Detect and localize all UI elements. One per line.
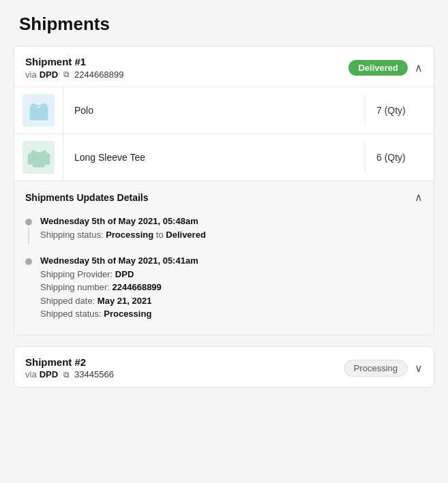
shipment-via-1: via DPD ⧉ 2244668899 [25,69,123,80]
updates-chevron-1[interactable]: ∧ [415,191,423,204]
shipment-title-area-2: Shipment #2 via DPD ⧉ 33445566 [25,356,114,380]
timeline-item-1: Wednesday 5th of May 2021, 05:41amShippi… [25,255,423,324]
tracking-number-1: 2244668899 [74,69,123,80]
items-wrapper-1: Polo7 (Qty) Long Sleeve Tee6 (Qty) [14,87,434,181]
external-link-icon-2[interactable]: ⧉ [61,369,72,380]
via-label-1: via [25,69,37,80]
timeline-detail-1-2: Shipped date: May 21, 2021 [40,294,423,308]
external-link-icon-1[interactable]: ⧉ [61,69,72,80]
item-name-1: Long Sleeve Tee [63,142,365,172]
timeline-line-0 [28,228,29,245]
shipment-header-1: Shipment #1 via DPD ⧉ 2244668899 Deliver… [14,46,434,87]
shipment-via-2: via DPD ⧉ 33445566 [25,369,114,380]
updates-title-1: Shipments Updates Details [25,192,149,203]
item-image-cell-1 [14,134,63,181]
timeline-content-1: Wednesday 5th of May 2021, 05:41amShippi… [40,255,423,324]
item-image-cell-0 [14,87,63,134]
timeline-dot-col-1 [25,255,32,324]
item-image-0 [23,94,55,127]
carrier-1: DPD [40,69,58,80]
timeline-dot-1 [25,258,32,265]
status-badge-1: Delivered [348,60,408,76]
timeline-detail-0-0: Shipping status: Processing to Delivered [40,228,423,242]
updates-section-1: Shipments Updates Details∧Wednesday 5th … [14,181,434,334]
item-row-1: Long Sleeve Tee6 (Qty) [14,134,434,181]
shipment-header-2: Shipment #2 via DPD ⧉ 33445566 Processin… [14,347,434,387]
svg-rect-4 [44,154,50,165]
via-label-2: via [25,369,37,379]
item-name-0: Polo [63,95,365,125]
timeline-date-1: Wednesday 5th of May 2021, 05:41am [40,255,423,266]
timeline-dot-col-0 [25,216,32,245]
svg-rect-3 [27,154,33,165]
shipment-card-2: Shipment #2 via DPD ⧉ 33445566 Processin… [14,346,434,388]
shipment-number-2: Shipment #2 [25,356,114,368]
shipment-title-area-1: Shipment #1 via DPD ⧉ 2244668899 [25,56,123,80]
timeline-dot-0 [25,219,32,225]
item-image-1 [23,141,55,174]
updates-header-1: Shipments Updates Details∧ [14,181,434,213]
chevron-btn-1[interactable]: ∧ [415,61,423,74]
timeline-detail-1-3: Shipped status: Processing [40,307,423,321]
header-right-2: Processing∨ [344,360,423,377]
updates-body-1: Wednesday 5th of May 2021, 05:48amShippi… [14,213,434,334]
page-title: Shipments [14,14,434,35]
timeline-item-0: Wednesday 5th of May 2021, 05:48amShippi… [25,216,423,245]
chevron-btn-2[interactable]: ∨ [415,362,423,375]
tracking-number-2: 33445566 [74,369,114,379]
carrier-2: DPD [40,369,58,379]
shipment-card-1: Shipment #1 via DPD ⧉ 2244668899 Deliver… [14,46,434,335]
header-right-1: Delivered∧ [348,60,423,76]
item-qty-1: 6 (Qty) [365,142,434,172]
timeline-detail-1-0: Shipping Provider: DPD [40,268,423,281]
timeline-content-0: Wednesday 5th of May 2021, 05:48amShippi… [40,216,423,245]
item-qty-0: 7 (Qty) [365,95,434,125]
timeline-date-0: Wednesday 5th of May 2021, 05:48am [40,216,423,226]
status-badge-2: Processing [344,360,408,377]
timeline-detail-1-1: Shipping number: 2244668899 [40,281,423,294]
shipments-container: Shipment #1 via DPD ⧉ 2244668899 Deliver… [14,46,434,388]
item-row-0: Polo7 (Qty) [14,87,434,134]
shipment-number-1: Shipment #1 [25,56,123,67]
